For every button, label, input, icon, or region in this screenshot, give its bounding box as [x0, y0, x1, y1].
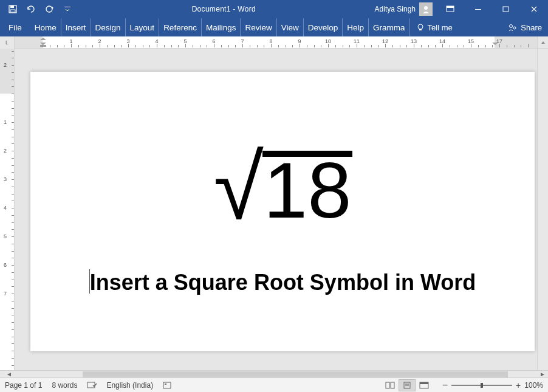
maximize-button[interactable]	[492, 0, 520, 18]
svg-rect-17	[165, 383, 166, 385]
svg-rect-8	[475, 9, 481, 10]
scroll-left-button[interactable]: ◄	[4, 371, 15, 378]
vertical-scrollbar[interactable]	[537, 49, 548, 370]
avatar	[419, 2, 433, 16]
redo-button[interactable]	[40, 0, 58, 18]
tab-mailings[interactable]: Mailings	[202, 18, 241, 36]
scrollbar-thumb[interactable]	[83, 371, 508, 377]
horizontal-ruler-area: L 12345678910111213141517	[0, 36, 548, 49]
user-account[interactable]: Aditya Singh	[371, 2, 436, 16]
close-button[interactable]	[520, 0, 548, 18]
minimize-icon	[474, 5, 482, 13]
triangle-up-icon	[541, 40, 546, 45]
share-button[interactable]: Share	[508, 23, 542, 32]
tab-file[interactable]: File	[0, 18, 30, 36]
zoom-out-button[interactable]: −	[442, 380, 448, 391]
horizontal-ruler[interactable]: 12345678910111213141517	[15, 36, 537, 48]
svg-rect-18	[386, 382, 389, 388]
svg-rect-24	[420, 382, 428, 384]
minimize-button[interactable]	[464, 0, 492, 18]
proofing-icon	[87, 381, 97, 390]
redo-icon	[45, 5, 53, 13]
tab-home[interactable]: Home	[30, 18, 61, 36]
horizontal-scrollbar[interactable]: ◄ ►	[0, 370, 548, 377]
tell-me-label: Tell me	[428, 23, 453, 32]
svg-rect-16	[163, 382, 171, 388]
read-mode-button[interactable]	[382, 379, 399, 391]
word-count[interactable]: 8 words	[52, 381, 77, 390]
svg-point-10	[418, 24, 423, 29]
undo-button[interactable]	[22, 0, 40, 18]
spell-check-button[interactable]	[87, 381, 97, 390]
window-controls	[436, 0, 548, 18]
quick-access-toolbar	[0, 0, 77, 18]
user-name: Aditya Singh	[375, 5, 416, 13]
svg-rect-1	[10, 5, 14, 8]
zoom-slider-thumb[interactable]	[481, 383, 483, 388]
share-label: Share	[521, 23, 542, 32]
save-icon	[9, 5, 17, 13]
svg-point-13	[513, 27, 516, 29]
document-title: Document1 - Word	[77, 5, 371, 13]
tab-design[interactable]: Design	[91, 18, 126, 36]
caption-text[interactable]: Insert a Square Root Symbol in Word	[73, 269, 492, 295]
tab-review[interactable]: Review	[241, 18, 276, 36]
radicand: 18	[264, 143, 352, 235]
scroll-up-button[interactable]	[537, 36, 548, 48]
tab-layout[interactable]: Layout	[126, 18, 160, 36]
svg-rect-14	[40, 45, 46, 47]
customize-qat-button[interactable]	[58, 0, 77, 18]
svg-rect-19	[391, 382, 394, 388]
undo-icon	[26, 5, 36, 13]
ribbon-tabs: File Home Insert Design Layout Referenc …	[0, 18, 548, 36]
title-bar: Document1 - Word Aditya Singh	[0, 0, 548, 18]
document-area[interactable]: √ 18 Insert a Square Root Symbol in Word	[15, 49, 537, 370]
person-icon	[422, 5, 430, 13]
zoom-percent[interactable]: 100%	[524, 381, 543, 390]
svg-point-3	[46, 6, 52, 12]
maximize-icon	[502, 5, 510, 13]
zoom-controls: − + 100%	[442, 380, 543, 391]
svg-rect-7	[447, 6, 454, 8]
status-bar: Page 1 of 1 8 words English (India) − + …	[0, 377, 548, 392]
lightbulb-icon	[416, 23, 425, 32]
read-mode-icon	[385, 382, 395, 389]
view-mode-buttons	[382, 379, 433, 391]
zoom-slider[interactable]	[451, 385, 512, 386]
scroll-right-button[interactable]: ►	[537, 371, 548, 378]
tab-view[interactable]: View	[277, 18, 304, 36]
svg-rect-11	[419, 29, 422, 30]
tab-selector[interactable]: L	[0, 36, 15, 49]
tab-grammarly[interactable]: Gramma	[369, 18, 410, 36]
equation-sqrt[interactable]: √ 18	[73, 151, 492, 236]
print-layout-icon	[403, 382, 411, 389]
save-button[interactable]	[4, 0, 22, 18]
web-layout-icon	[419, 382, 429, 389]
ribbon-display-icon	[446, 5, 454, 13]
macro-icon	[163, 382, 171, 389]
tab-help[interactable]: Help	[343, 18, 369, 36]
svg-rect-15	[87, 382, 95, 388]
svg-rect-9	[503, 7, 509, 12]
macro-button[interactable]	[163, 382, 171, 389]
tab-references[interactable]: Referenc	[159, 18, 202, 36]
vinculum	[262, 151, 353, 157]
tab-insert[interactable]: Insert	[61, 18, 91, 36]
tab-developer[interactable]: Develop	[304, 18, 343, 36]
ribbon-display-button[interactable]	[436, 0, 464, 18]
page[interactable]: √ 18 Insert a Square Root Symbol in Word	[30, 72, 535, 351]
svg-rect-2	[10, 10, 15, 12]
indent-marker-left[interactable]	[40, 38, 46, 47]
svg-point-5	[424, 6, 428, 10]
zoom-in-button[interactable]: +	[516, 380, 521, 390]
web-layout-button[interactable]	[416, 379, 433, 391]
close-icon	[530, 5, 538, 13]
scrollbar-track[interactable]	[29, 371, 526, 378]
vertical-ruler[interactable]: 211234567	[0, 49, 15, 370]
print-layout-button[interactable]	[399, 379, 416, 391]
page-number[interactable]: Page 1 of 1	[5, 381, 42, 390]
language-button[interactable]: English (India)	[106, 381, 153, 390]
tell-me-search[interactable]: Tell me	[410, 23, 459, 32]
overflow-icon	[64, 6, 70, 12]
svg-rect-4	[64, 7, 70, 7]
